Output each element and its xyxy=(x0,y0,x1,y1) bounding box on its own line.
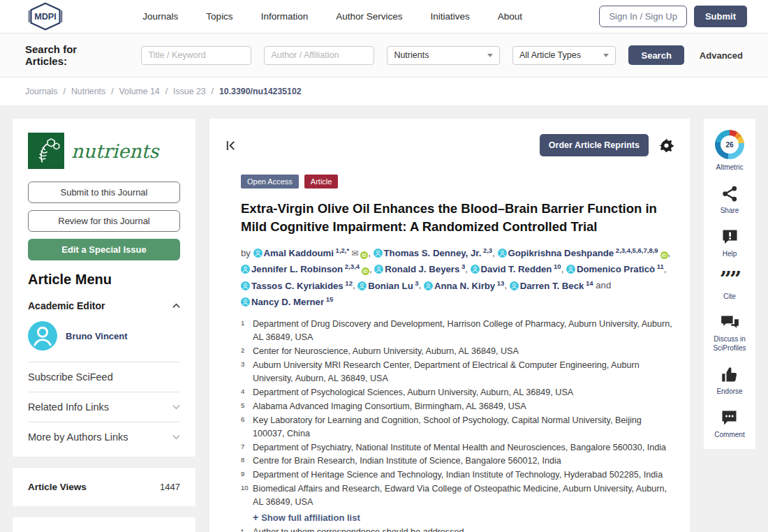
author-separator: and xyxy=(593,281,612,291)
rail-item-label: Help xyxy=(723,249,737,258)
submit-to-this-journal-button[interactable]: Submit to this Journal xyxy=(28,182,180,203)
nav-initiatives[interactable]: Initiatives xyxy=(430,11,469,22)
rail-item-endorse[interactable]: Endorse xyxy=(716,366,742,396)
order-reprints-button[interactable]: Order Article Reprints xyxy=(540,134,649,156)
breadcrumb-journals[interactable]: Journals xyxy=(25,87,57,96)
altmetric-score: 26 xyxy=(721,135,739,154)
orcid-icon[interactable]: iD xyxy=(660,251,668,259)
breadcrumb-nutrients[interactable]: Nutrients xyxy=(71,87,105,96)
advanced-search-link[interactable]: Advanced xyxy=(700,50,743,61)
journal-buttons: Submit to this JournalReview for this Jo… xyxy=(28,182,180,260)
author-link[interactable]: Tassos C. Kyriakides xyxy=(251,281,344,291)
nav-about[interactable]: About xyxy=(498,11,522,22)
journal-logo[interactable]: nutrients xyxy=(28,133,180,169)
author-link[interactable]: Domenico Praticò xyxy=(577,264,655,274)
submit-button[interactable]: Submit xyxy=(694,6,747,27)
affiliation-number: 6 xyxy=(241,414,253,441)
chevron-down-icon xyxy=(487,54,493,57)
affiliation-number: 2 xyxy=(241,345,253,358)
nav-information[interactable]: Information xyxy=(261,11,309,22)
show-full-affiliation-link[interactable]: +Show full affiliation list xyxy=(253,512,674,523)
affiliation-text: Biomedical Affairs and Research, Edward … xyxy=(253,482,674,509)
gear-icon[interactable] xyxy=(658,138,674,154)
mdpi-logo[interactable]: MDPI xyxy=(25,1,66,31)
author-affiliation-sup: 2,3,4 xyxy=(343,263,360,270)
action-rail: 26AltmetricShareHelp””CiteDiscuss in Sci… xyxy=(704,119,755,449)
person-icon xyxy=(374,249,383,258)
breadcrumb-volume-14[interactable]: Volume 14 xyxy=(119,87,160,96)
affiliation-number: 7 xyxy=(241,441,253,455)
badge-article[interactable]: Article xyxy=(304,175,339,189)
rail-item-altmetric[interactable]: 26Altmetric xyxy=(715,130,744,172)
article-type-select-value: All Article Types xyxy=(519,50,581,60)
review-for-this-journal-button[interactable]: Review for this Journal xyxy=(28,210,180,232)
author-affiliation-input[interactable] xyxy=(264,46,374,65)
rail-item-label: Altmetric xyxy=(716,163,744,172)
nav-journals[interactable]: Journals xyxy=(142,11,178,22)
orcid-icon[interactable]: iD xyxy=(362,267,369,275)
badge-open-access[interactable]: Open Access xyxy=(241,175,299,189)
sidebar-item-related-info-links[interactable]: Related Info Links xyxy=(28,401,180,413)
rail-item-cite[interactable]: ””Cite xyxy=(720,272,740,301)
sidebar-item-subscribe-scifeed[interactable]: Subscribe SciFeed xyxy=(28,371,180,383)
article-type-select[interactable]: All Article Types xyxy=(512,46,616,65)
affiliation-number: 3 xyxy=(241,359,253,385)
author-link[interactable]: Nancy D. Merner xyxy=(251,297,324,307)
envelope-icon[interactable]: ✉ xyxy=(351,249,358,258)
affiliation-text: Auburn University MRI Research Center, D… xyxy=(253,359,674,385)
orcid-icon[interactable]: iD xyxy=(360,251,368,259)
endorse-icon xyxy=(721,366,739,383)
rail-item-label: Discuss in SciProfiles xyxy=(707,334,753,353)
sidebar-item-more-by-authors-links[interactable]: More by Authors Links xyxy=(28,431,180,443)
author-link[interactable]: Amal Kaddoumi xyxy=(264,248,334,258)
author-affiliation-sup: 1,2,* xyxy=(334,246,349,254)
rail-item-help[interactable]: Help xyxy=(721,228,739,258)
author-link[interactable]: Jennifer L. Robinson xyxy=(251,264,343,274)
sign-in-button[interactable]: Sign In / Sign Up xyxy=(599,6,687,27)
affiliation-list: 1Department of Drug Discovery and Develo… xyxy=(241,318,674,508)
person-icon xyxy=(241,297,250,306)
chevron-down-icon xyxy=(172,404,180,410)
person-icon xyxy=(498,249,507,258)
author-darren-t-beck: Darren T. Beck 14 xyxy=(510,281,593,291)
affiliation-number: 4 xyxy=(241,386,253,399)
affiliation-number: 9 xyxy=(241,468,253,482)
author-link[interactable]: Thomas S. Denney, Jr. xyxy=(384,248,482,258)
edit-a-special-issue-button[interactable]: Edit a Special Issue xyxy=(28,239,180,260)
author-link[interactable]: Gopikrishna Deshpande xyxy=(508,248,614,258)
rail-item-share[interactable]: Share xyxy=(721,185,739,215)
affiliation-item: 2Center for Neuroscience, Auburn Univers… xyxy=(241,345,674,358)
author-link[interactable]: Ronald J. Beyers xyxy=(385,264,459,274)
author-affiliation-sup: 10 xyxy=(552,263,561,270)
author-affiliation-sup: 12 xyxy=(344,279,353,286)
title-keyword-input[interactable] xyxy=(141,46,251,65)
author-link[interactable]: Anna N. Kirby xyxy=(434,281,495,291)
editor-name-link[interactable]: Bruno Vincent xyxy=(66,331,128,341)
author-link[interactable]: Bonian Lu xyxy=(368,281,413,291)
affiliation-text: Department of Psychological Sciences, Au… xyxy=(253,386,674,399)
affiliation-text: Department of Psychiatry, National Insti… xyxy=(253,441,674,455)
help-icon xyxy=(721,228,739,246)
author-link[interactable]: David T. Redden xyxy=(481,264,552,274)
comment-icon xyxy=(721,409,738,427)
rail-item-comment[interactable]: Comment xyxy=(714,409,744,439)
sidebar-links: Subscribe SciFeedRelated Info LinksMore … xyxy=(28,362,180,443)
author-separator: , xyxy=(465,264,470,274)
show-full-affiliation-label: Show full affiliation list xyxy=(261,512,360,523)
author-affiliation-sup: 3 xyxy=(413,279,419,286)
academic-editor-toggle[interactable]: Academic Editor xyxy=(28,300,180,311)
rail-item-sciprofiles[interactable]: Discuss in SciProfiles xyxy=(707,314,753,353)
affiliation-text: Key Laboratory for Learning and Cognitio… xyxy=(253,414,674,441)
by-label: by xyxy=(241,248,253,258)
journal-select[interactable]: Nutrients xyxy=(387,46,500,65)
author-separator: , xyxy=(504,281,509,291)
author-link[interactable]: Darren T. Beck xyxy=(520,281,584,291)
collapse-sidebar-icon[interactable] xyxy=(223,138,238,153)
top-header: MDPI JournalsTopicsInformationAuthor Ser… xyxy=(0,0,768,34)
table-of-contents-card: Table of Contents xyxy=(13,517,195,532)
nav-author-services[interactable]: Author Services xyxy=(336,11,402,22)
nav-topics[interactable]: Topics xyxy=(206,11,232,22)
breadcrumb-issue-23[interactable]: Issue 23 xyxy=(173,87,206,96)
person-icon xyxy=(471,265,480,274)
search-button[interactable]: Search xyxy=(628,45,684,65)
